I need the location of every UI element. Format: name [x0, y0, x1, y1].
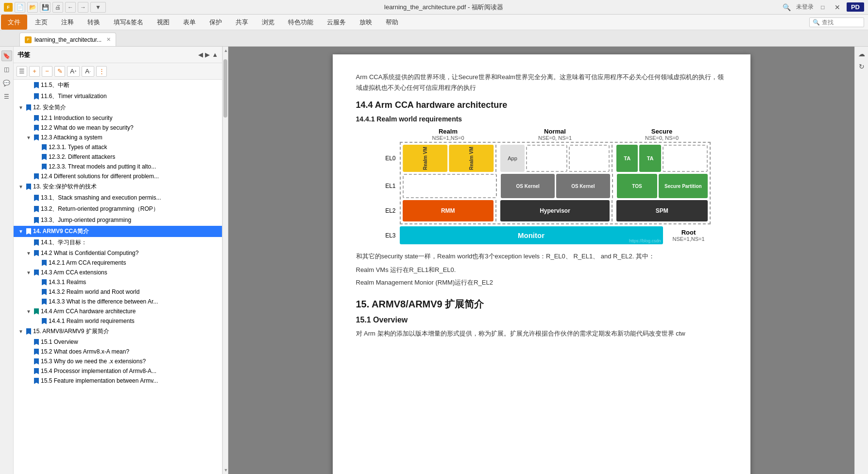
bookmark-icon — [34, 239, 39, 246]
print-icon[interactable]: 🖨 — [52, 2, 63, 13]
list-item[interactable]: 14.3.3 What is the difference between Ar… — [14, 297, 222, 306]
list-item-selected[interactable]: ▼ 14. ARMV9 CCA简介 — [14, 226, 222, 237]
list-item[interactable]: 12.2 What do we mean by security? — [14, 123, 222, 133]
list-item[interactable]: 12.1 Introduction to security — [14, 113, 222, 123]
bookmark-panel-icon[interactable]: 🔖 — [1, 51, 12, 61]
menu-item-convert[interactable]: 转换 — [81, 15, 107, 30]
font-larger-icon[interactable]: A+ — [67, 66, 80, 77]
section-14-4-heading: 14.4 Arm CCA hardware architecture — [356, 100, 727, 110]
list-item[interactable]: ▼ 14.3 Arm CCA extensions — [14, 268, 222, 277]
search-icon: 🔍 — [813, 19, 820, 26]
menu-item-annotate[interactable]: 注释 — [54, 15, 81, 30]
menu-item-fill-sign[interactable]: 填写&签名 — [107, 15, 150, 30]
bookmark-icon — [42, 299, 47, 305]
el2-label: EL2 — [371, 200, 400, 221]
search-input[interactable] — [822, 19, 861, 26]
secure-header: Secure — [613, 128, 711, 135]
list-item[interactable]: 15.5 Feature implementation between Armv… — [14, 376, 222, 386]
maximize-icon[interactable]: □ — [817, 2, 828, 13]
list-item[interactable]: 13.2、Return-oriented programming（ROP） — [14, 203, 222, 215]
tools-icon[interactable]: ▼ — [90, 2, 106, 13]
list-item[interactable]: 15.3 Why do we need the .x extensions? — [14, 356, 222, 366]
search-box[interactable]: 🔍 — [809, 17, 864, 27]
list-item[interactable]: 14.3.2 Realm world and Root world — [14, 287, 222, 297]
bookmark-list-icon[interactable]: ☰ — [17, 66, 27, 77]
tab-icon: P — [25, 36, 32, 43]
tree-label: 14.4.1 Realm world requirements — [49, 318, 135, 324]
bookmark-icon — [34, 250, 39, 256]
el3-label: EL3 — [371, 232, 400, 239]
undo-icon[interactable]: ← — [65, 2, 76, 13]
menu-item-share[interactable]: 共享 — [229, 15, 255, 30]
new-icon[interactable]: 📄 — [15, 2, 25, 13]
nav-prev-icon[interactable]: ◀ — [198, 51, 203, 58]
list-item[interactable]: 12.3.2. Different attackers — [14, 152, 222, 162]
menu-item-file[interactable]: 文件 — [1, 15, 27, 30]
redo-icon[interactable]: → — [78, 2, 88, 13]
bookmark-icon — [42, 164, 47, 170]
list-item[interactable]: 11.6、Timer virtualization — [14, 91, 222, 102]
tab-close-button[interactable]: ✕ — [106, 36, 111, 43]
menu-item-present[interactable]: 放映 — [353, 15, 379, 30]
tree-label: 15.5 Feature implementation between Armv… — [41, 377, 158, 384]
zoom-icon[interactable]: 🔍 — [782, 2, 792, 13]
comment-panel-icon[interactable]: 💬 — [1, 78, 12, 88]
list-item[interactable]: 15.1 Overview — [14, 337, 222, 347]
sidebar-scrollbar[interactable]: ▲ ▼ — [222, 47, 228, 474]
list-item[interactable]: 11.5、中断 — [14, 80, 222, 91]
monitor-box: Monitor — [400, 226, 663, 244]
cloud-icon[interactable]: ☁ — [856, 49, 867, 59]
refresh-icon[interactable]: ↻ — [856, 61, 867, 72]
window-title: learning_the_architecture.pdf - 福昕阅读器 — [384, 3, 503, 12]
menu-item-cloud[interactable]: 云服务 — [320, 15, 353, 30]
list-item[interactable]: 15.4 Processor implementation of Armv8-A… — [14, 366, 222, 376]
tree-label: 15.1 Overview — [41, 339, 78, 345]
menu-item-protect[interactable]: 保护 — [203, 15, 229, 30]
bookmark-icon — [26, 104, 31, 111]
list-item[interactable]: ▼ 14.4 Arm CCA hardware architecture — [14, 306, 222, 316]
list-item[interactable]: ▼ 15. ARMV8/ARMV9 扩展简介 — [14, 326, 222, 337]
list-item[interactable]: 13.1、Stack smashing and execution permis… — [14, 192, 222, 203]
list-item[interactable]: 14.3.1 Realms — [14, 277, 222, 287]
thumbnail-panel-icon[interactable]: ◫ — [1, 64, 12, 75]
menu-item-view[interactable]: 视图 — [150, 15, 176, 30]
nav-next-icon[interactable]: ▶ — [205, 51, 210, 58]
scroll-thumb[interactable] — [223, 59, 227, 118]
close-icon[interactable]: ✕ — [832, 2, 843, 13]
list-item[interactable]: 14.4.1 Realm world requirements — [14, 316, 222, 326]
dashed-box-3 — [663, 145, 708, 172]
list-item[interactable]: 14.2.1 Arm CCA requirements — [14, 258, 222, 268]
delete-bookmark-icon[interactable]: − — [42, 66, 52, 77]
add-bookmark-icon[interactable]: + — [29, 66, 40, 77]
tree-label: 12.3.2. Different attackers — [49, 153, 115, 160]
list-item[interactable]: ▼ 13. 安全:保护软件的技术 — [14, 181, 222, 192]
menu-item-help[interactable]: 帮助 — [379, 15, 405, 30]
menu-item-browse[interactable]: 浏览 — [255, 15, 281, 30]
menu-item-form[interactable]: 表单 — [176, 15, 203, 30]
list-item[interactable]: ▼ 14.2 What is Confidential Computing? — [14, 248, 222, 258]
bookmark-options-icon[interactable]: ⋮ — [96, 66, 107, 77]
list-item[interactable]: 12.3.1. Types of attack — [14, 142, 222, 152]
tree-label: 12.2 What do we mean by security? — [41, 124, 134, 131]
tree-label: 15.2 What does Armv8.x-A mean? — [41, 348, 129, 355]
rename-bookmark-icon[interactable]: ✎ — [54, 66, 65, 77]
list-item[interactable]: 14.1、学习目标： — [14, 237, 222, 248]
list-item[interactable]: ▼ 12.3 Attacking a system — [14, 133, 222, 142]
menu-item-features[interactable]: 特色功能 — [281, 15, 320, 30]
save-icon[interactable]: 💾 — [40, 2, 51, 13]
list-item[interactable]: 12.4 Different solutions for different p… — [14, 171, 222, 181]
list-item[interactable]: 13.3、Jump-oriented programming — [14, 215, 222, 226]
sidebar-collapse-icon[interactable]: ▲ — [212, 51, 218, 58]
tab-pdf[interactable]: P learning_the_architectur... ✕ — [19, 33, 116, 46]
os-kernel-2: OS Kernel — [556, 174, 610, 198]
menu-item-home[interactable]: 主页 — [28, 15, 54, 30]
ta-box-2: TA — [639, 145, 661, 172]
font-smaller-icon[interactable]: A- — [82, 66, 94, 77]
list-item[interactable]: ▼ 12. 安全简介 — [14, 102, 222, 113]
open-icon[interactable]: 📂 — [27, 2, 38, 13]
layer-panel-icon[interactable]: ☰ — [1, 91, 12, 102]
list-item[interactable]: 15.2 What does Armv8.x-A mean? — [14, 347, 222, 356]
login-label[interactable]: 未登录 — [796, 3, 814, 11]
app-icon: F — [4, 3, 13, 12]
list-item[interactable]: 12.3.3. Threat models and putting it alt… — [14, 162, 222, 171]
